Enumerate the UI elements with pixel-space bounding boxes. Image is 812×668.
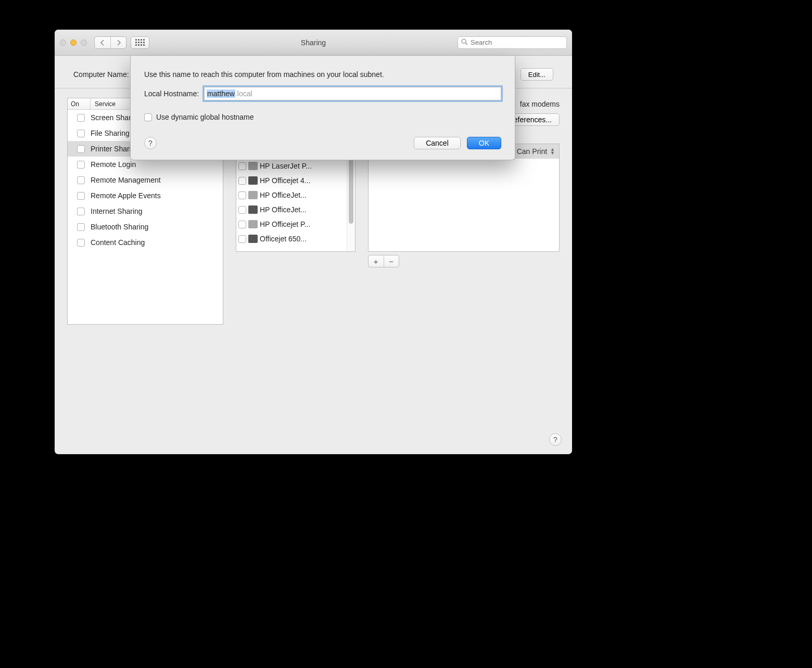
ok-button[interactable]: OK (467, 137, 501, 149)
service-label: Remote Management (91, 176, 161, 184)
printer-name: HP OfficeJet... (260, 191, 345, 199)
hostname-suffix: .local (235, 89, 252, 98)
service-checkbox[interactable] (77, 176, 85, 184)
chevron-left-icon (100, 40, 105, 46)
service-checkbox[interactable] (77, 239, 85, 247)
printer-name: Officejet 650... (260, 235, 345, 243)
printer-name: HP Officejet 4... (260, 176, 345, 185)
back-button[interactable] (95, 37, 110, 48)
help-button[interactable]: ? (549, 433, 562, 446)
chevron-right-icon (116, 40, 121, 46)
printer-checkbox[interactable] (238, 191, 246, 199)
service-row[interactable]: Bluetooth Sharing (68, 219, 223, 235)
remove-user-button[interactable]: − (384, 255, 399, 267)
search-field[interactable] (458, 36, 567, 49)
user-role: Can Print (517, 147, 547, 156)
service-label: Bluetooth Sharing (91, 223, 148, 231)
dynamic-hostname-row: Use dynamic global hostname (144, 113, 501, 121)
printer-checkbox[interactable] (238, 162, 246, 170)
hostname-row: Local Hostname: matthew.local (144, 87, 501, 100)
printer-row[interactable]: HP LaserJet P... (236, 159, 347, 173)
service-label: File Sharing (91, 129, 130, 137)
minimize-window-button[interactable] (70, 40, 77, 46)
service-checkbox[interactable] (77, 192, 85, 200)
search-input[interactable] (471, 38, 563, 46)
hostname-label: Local Hostname: (144, 89, 199, 98)
service-label: Internet Sharing (91, 207, 143, 215)
sheet-help-button[interactable]: ? (144, 137, 157, 149)
sharing-preferences-window: Sharing Computer Name: Edit... On Servic… (55, 30, 572, 454)
titlebar: Sharing (55, 30, 572, 56)
printer-name: HP LaserJet P... (260, 162, 345, 170)
service-label: Content Caching (91, 238, 145, 247)
printer-icon (248, 220, 258, 228)
service-label: Remote Login (91, 160, 136, 169)
dynamic-hostname-checkbox[interactable] (144, 113, 152, 121)
service-checkbox[interactable] (77, 161, 85, 169)
printer-row[interactable]: HP OfficeJet... (236, 188, 347, 202)
printer-icon (248, 162, 258, 170)
dynamic-hostname-label: Use dynamic global hostname (156, 113, 254, 121)
computer-name-label: Computer Name: (73, 70, 129, 79)
printer-row[interactable]: Officejet 650... (236, 232, 347, 246)
updown-icon: ▲▼ (550, 148, 555, 155)
service-row[interactable]: Internet Sharing (68, 203, 223, 219)
search-icon (461, 38, 468, 47)
services-header-on[interactable]: On (68, 98, 91, 109)
close-window-button[interactable] (60, 40, 66, 46)
service-row[interactable]: Remote Apple Events (68, 188, 223, 203)
printer-row[interactable]: HP OfficeJet... (236, 202, 347, 217)
service-checkbox[interactable] (77, 223, 85, 231)
service-label: Remote Apple Events (91, 191, 161, 200)
sheet-button-row: ? Cancel OK (144, 137, 501, 149)
nav-segment (94, 36, 126, 49)
svg-point-0 (462, 39, 466, 43)
printer-row[interactable]: HP Officejet 4... (236, 173, 347, 188)
printer-checkbox[interactable] (238, 206, 246, 214)
printer-checkbox[interactable] (238, 221, 246, 228)
printer-icon (248, 176, 258, 185)
printer-icon (248, 191, 258, 199)
cancel-button[interactable]: Cancel (414, 137, 461, 149)
grid-icon (135, 39, 145, 46)
add-user-button[interactable]: + (369, 255, 384, 267)
printer-name: HP Officejet P... (260, 220, 345, 228)
local-hostname-sheet: Use this name to reach this computer fro… (130, 56, 515, 160)
show-all-button[interactable] (131, 36, 149, 49)
svg-line-1 (465, 43, 467, 45)
service-row[interactable]: Remote Management (68, 172, 223, 188)
user-role-select[interactable]: Can Print▲▼ (517, 147, 555, 156)
printer-icon (248, 235, 258, 243)
printer-icon (248, 205, 258, 214)
service-checkbox[interactable] (77, 130, 85, 137)
sheet-instruction: Use this name to reach this computer fro… (144, 69, 501, 80)
maximize-window-button[interactable] (81, 40, 87, 46)
edit-hostname-button[interactable]: Edit... (521, 68, 553, 81)
printer-checkbox[interactable] (238, 235, 246, 243)
hostname-selected-text: matthew (207, 89, 235, 98)
users-add-remove: + − (368, 255, 399, 267)
hostname-input[interactable]: matthew.local (204, 87, 501, 100)
printer-checkbox[interactable] (238, 177, 246, 185)
service-row[interactable]: Content Caching (68, 235, 223, 250)
printer-row[interactable]: HP Officejet P... (236, 217, 347, 232)
service-checkbox[interactable] (77, 208, 85, 215)
window-controls (60, 40, 87, 46)
service-checkbox[interactable] (77, 114, 85, 122)
service-checkbox[interactable] (77, 145, 85, 153)
forward-button[interactable] (110, 37, 126, 48)
printer-name: HP OfficeJet... (260, 205, 345, 214)
